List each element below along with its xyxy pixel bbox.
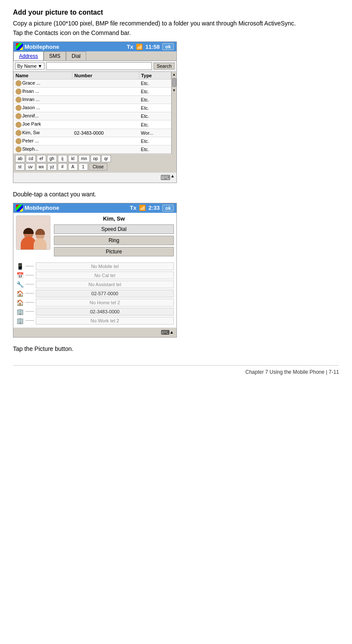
tab-sms[interactable]: SMS bbox=[44, 51, 66, 60]
phone-dash bbox=[25, 311, 34, 312]
alpha-key-st[interactable]: st bbox=[15, 163, 25, 170]
alpha-key-mn[interactable]: mn bbox=[79, 155, 90, 162]
device1-toolbar: By Name ▼ Search bbox=[13, 61, 176, 72]
contact-avatar-icon bbox=[16, 130, 22, 136]
alpha-key-1[interactable]: 1 bbox=[79, 163, 88, 170]
scroll-thumb[interactable] bbox=[172, 78, 176, 87]
alpha-key-kl[interactable]: kl bbox=[68, 155, 78, 162]
phone-field-value[interactable]: 02-577-0000 bbox=[36, 290, 174, 297]
instruction2: Tap the Picture button. bbox=[13, 345, 339, 352]
alpha-key-wx[interactable]: wx bbox=[36, 163, 47, 170]
table-row[interactable]: Ihsan ...Etc. bbox=[14, 88, 171, 96]
device1-frame: Mobilephone Tx 📶 11:58 ok Address SMS Di… bbox=[13, 41, 177, 183]
device1-titlebar: Mobilephone Tx 📶 11:58 ok bbox=[13, 42, 176, 51]
device2-title-right: Tx 📶 2:33 ok bbox=[130, 205, 174, 212]
alpha-key-uv[interactable]: uv bbox=[25, 163, 35, 170]
alpha-key-a[interactable]: A bbox=[68, 163, 78, 170]
contact-header: Kim, Sw Speed Dial Ring Picture bbox=[13, 213, 176, 261]
table-row[interactable]: Joe ParkEtc. bbox=[14, 120, 171, 129]
scroll-down-icon[interactable]: ▼ bbox=[172, 88, 177, 93]
keyboard-icon-row: ⌨ ▲ bbox=[13, 173, 176, 183]
phone-row: 🏢No Work tel 2 bbox=[16, 317, 174, 325]
phone-field-value[interactable]: No Work tel 2 bbox=[36, 317, 174, 325]
table-row[interactable]: Jason ...Etc. bbox=[14, 104, 171, 112]
device2-frame: Mobilephone Tx 📶 2:33 ok bbox=[13, 203, 177, 338]
alpha-row-1: abcdefghijklmnopqr bbox=[15, 155, 175, 162]
table-row[interactable]: Steph...Etc. bbox=[14, 145, 171, 153]
device2-footer: ⌨ ▲ bbox=[13, 328, 176, 337]
phone-field-value[interactable]: No Cal tel bbox=[36, 271, 174, 279]
alpha-key-ef[interactable]: ef bbox=[37, 155, 46, 162]
para2: Tap the Contacts icon on the Command bar… bbox=[13, 29, 339, 36]
device1-time: 11:58 bbox=[145, 44, 160, 50]
phone-icon-5: 🏢 bbox=[16, 308, 24, 316]
phone-field-value[interactable]: No Home tel 2 bbox=[36, 299, 174, 306]
alpha-row-2: stuvwxyz#A1Close bbox=[15, 163, 175, 170]
contact-type-cell: Etc. bbox=[139, 96, 171, 104]
contact-avatar-icon bbox=[16, 80, 22, 86]
alpha-key-yz[interactable]: yz bbox=[47, 163, 57, 170]
device2-titlebar: Mobilephone Tx 📶 2:33 ok bbox=[13, 203, 176, 213]
filter-dropdown[interactable]: By Name ▼ bbox=[15, 63, 44, 69]
alpha-key-ij[interactable]: ij bbox=[58, 155, 67, 162]
alpha-key-qr[interactable]: qr bbox=[101, 155, 111, 162]
alpha-key-ab[interactable]: ab bbox=[15, 155, 25, 162]
device1-ok-button[interactable]: ok bbox=[162, 43, 174, 50]
speed-dial-button[interactable]: Speed Dial bbox=[54, 224, 174, 234]
contact-number-cell bbox=[72, 120, 139, 129]
phone-field-value[interactable]: 02-3483-0000 bbox=[36, 308, 174, 316]
page-heading: Add your picture to contact bbox=[13, 9, 339, 16]
ring-button[interactable]: Ring bbox=[54, 236, 174, 245]
contact-type-cell: Wor... bbox=[139, 129, 171, 137]
contact-number-cell bbox=[72, 104, 139, 112]
phone-dash bbox=[25, 266, 34, 266]
device1-title-right: Tx 📶 11:58 ok bbox=[127, 43, 174, 50]
search-button[interactable]: Search bbox=[154, 63, 175, 69]
device2-title-left: Mobilephone bbox=[16, 205, 59, 212]
contact-number-cell bbox=[72, 79, 139, 88]
table-row[interactable]: Jennif...Etc. bbox=[14, 112, 171, 120]
para1: Copy a picture (100*100 pixel, BMP file … bbox=[13, 20, 339, 27]
table-row[interactable]: Grace ...Etc. bbox=[14, 79, 171, 88]
scroll-up-icon[interactable]: ▲ bbox=[172, 72, 177, 77]
contact-name-cell: Ihsan ... bbox=[14, 88, 72, 96]
device2-signal: Tx bbox=[130, 205, 136, 211]
alpha-key-#[interactable]: # bbox=[58, 163, 67, 170]
phone-field-value[interactable]: No Assistant tel bbox=[36, 281, 174, 288]
tab-dial[interactable]: Dial bbox=[66, 51, 86, 60]
windows-logo-icon bbox=[16, 43, 23, 50]
device1-title-left: Mobilephone bbox=[16, 43, 59, 50]
scrollbar[interactable]: ▲ ▼ bbox=[171, 72, 176, 154]
contact-number-cell bbox=[72, 112, 139, 120]
device2-appname: Mobilephone bbox=[25, 205, 59, 211]
contact-number-cell bbox=[72, 88, 139, 96]
tab-address[interactable]: Address bbox=[13, 51, 44, 60]
phone-dash bbox=[25, 302, 34, 303]
alpha-key-op[interactable]: op bbox=[91, 155, 101, 162]
contact-number-cell bbox=[72, 145, 139, 153]
phone-dash bbox=[25, 275, 34, 275]
table-row[interactable]: Imran ...Etc. bbox=[14, 96, 171, 104]
contact-type-cell: Etc. bbox=[139, 145, 171, 153]
alpha-key-close[interactable]: Close bbox=[89, 163, 108, 170]
search-input[interactable] bbox=[46, 62, 152, 70]
phone-icon-0: 📱 bbox=[16, 262, 24, 270]
device2-ok-button[interactable]: ok bbox=[162, 205, 174, 212]
contact-name-cell: Kim, Sw bbox=[14, 129, 72, 137]
alpha-key-cd[interactable]: cd bbox=[26, 155, 36, 162]
filter-label: By Name bbox=[17, 63, 37, 69]
phone-row: 📱No Mobile tel bbox=[16, 262, 174, 270]
contact-type-cell: Etc. bbox=[139, 104, 171, 112]
table-row[interactable]: Kim, Sw02-3483-0000Wor... bbox=[14, 129, 171, 137]
contact-name-cell: Peter ... bbox=[14, 137, 72, 145]
phone-field-value[interactable]: No Mobile tel bbox=[36, 262, 174, 270]
contact-name: Kim, Sw bbox=[54, 215, 174, 222]
table-row[interactable]: Peter ...Etc. bbox=[14, 137, 171, 145]
alpha-key-gh[interactable]: gh bbox=[47, 155, 57, 162]
picture-button[interactable]: Picture bbox=[54, 247, 174, 256]
col-header-type: Type bbox=[139, 72, 171, 79]
contact-avatar-icon bbox=[16, 88, 22, 95]
page-footer: Chapter 7 Using the Mobile Phone | 7-11 bbox=[13, 365, 339, 375]
phone-dash bbox=[25, 293, 34, 294]
contact-name-cell: Joe Park bbox=[14, 120, 72, 129]
